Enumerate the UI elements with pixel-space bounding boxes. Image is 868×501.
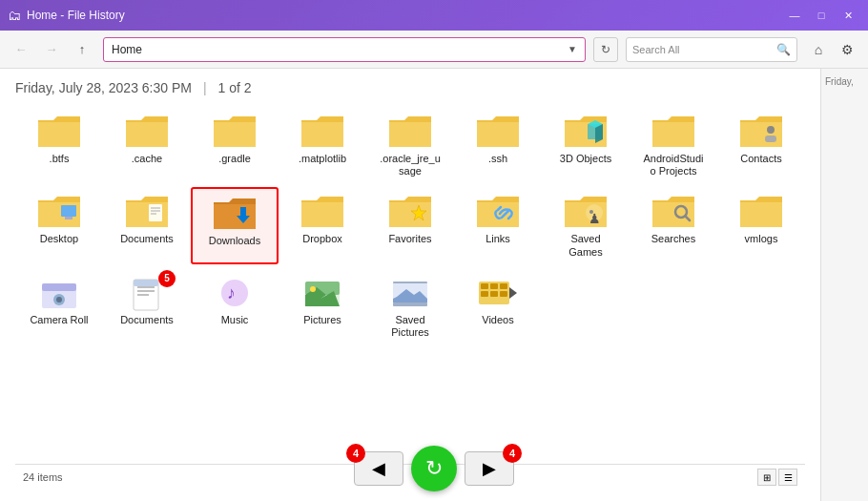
file-label: 3D Objects [560,153,611,165]
file-label: Downloads [209,235,260,247]
list-item[interactable]: .matplotlib [279,107,366,183]
folder-docs-icon [124,193,170,231]
svg-rect-41 [481,291,488,297]
list-item[interactable]: ♪ Music [191,268,279,344]
settings-button[interactable]: ⚙ [834,36,860,63]
folder-links-icon [475,193,521,231]
file-label: Dropbox [302,233,342,245]
file-label: .ssh [488,153,507,165]
view-list-button[interactable]: ☰ [778,469,797,486]
view-large-icon-button[interactable]: ⊞ [757,469,776,486]
list-item[interactable]: .oracle_jre_usage [366,107,454,183]
file-pictures-icon [300,274,345,312]
file-savedpic-icon [387,274,433,312]
svg-rect-6 [65,217,72,219]
svg-rect-35 [393,303,427,306]
list-item[interactable]: ♟ Saved Games [542,187,630,263]
folder-icon [738,193,784,231]
folder-icon [36,113,82,151]
folder-contacts-icon [738,113,784,151]
up-button[interactable]: ↑ [69,36,95,63]
next-button-container: 4 ▶ [465,451,514,486]
empty-cell [630,268,717,344]
file-label: Desktop [40,233,78,245]
list-item[interactable]: Searches [630,187,717,263]
list-item[interactable]: Camera Roll [15,268,103,344]
empty-cell [542,268,630,344]
back-button[interactable]: ← [8,36,34,63]
list-item[interactable]: AndroidStudio Projects [630,107,717,183]
home-button[interactable]: ⌂ [805,36,832,63]
svg-point-32 [310,286,316,292]
maximize-button[interactable]: □ [809,5,834,26]
list-item[interactable]: 3D Objects [542,107,630,183]
file-label: Favorites [388,233,431,245]
list-item[interactable]: Contacts [717,107,805,183]
prev-button-container: 4 ◀ [354,451,403,486]
date-header: Friday, July 28, 2023 6:30 PM | 1 of 2 [15,80,805,95]
list-item[interactable]: Favorites [366,187,454,263]
file-label: Saved Games [553,233,618,258]
svg-rect-4 [765,136,776,142]
svg-rect-43 [500,291,507,297]
view-buttons: ⊞ ☰ [757,469,797,486]
svg-marker-44 [509,287,517,299]
page-info: 1 of 2 [218,80,252,95]
right-panel-date: Friday, [825,76,864,87]
address-text: Home [108,43,564,56]
file-label: Links [486,233,510,245]
list-item[interactable]: .cache [103,107,191,183]
file-label: Music [221,314,249,326]
svg-rect-39 [490,283,498,289]
list-item[interactable]: Saved Pictures [366,268,454,344]
right-panel: Friday, [820,69,868,501]
folder-search-icon [651,193,696,231]
folder-3d-icon [563,113,609,151]
folder-star-icon [387,193,433,231]
file-label: Camera Roll [30,314,88,326]
svg-rect-40 [500,283,507,289]
main-content: Friday, July 28, 2023 6:30 PM | 1 of 2 .… [0,69,868,501]
list-item[interactable]: vmlogs [717,187,805,263]
toolbar-right: ⌂ ⚙ [805,36,860,63]
file-label: Documents [120,233,174,245]
list-item[interactable]: Dropbox [279,187,366,263]
refresh-button[interactable]: ↻ [593,37,618,62]
list-item[interactable]: 5 Documents [103,268,191,344]
file-label: .btfs [50,153,70,165]
folder-games-icon: ♟ [563,193,609,231]
svg-rect-19 [42,283,76,291]
file-video-icon [475,274,521,312]
address-dropdown-button[interactable]: ▼ [564,38,581,61]
file-label: vmlogs [745,233,778,245]
list-item[interactable]: .gradle [191,107,279,183]
separator: | [203,80,207,95]
file-music-icon: ♪ [212,274,258,312]
file-label: .gradle [218,153,251,165]
folder-desktop-icon [36,193,82,231]
list-item[interactable]: .ssh [454,107,542,183]
list-item[interactable]: Videos [454,268,542,344]
address-bar: Home ▼ [103,37,586,62]
list-item[interactable]: .btfs [15,107,103,183]
list-item[interactable]: Documents [103,187,191,263]
close-button[interactable]: ✕ [836,5,860,26]
restore-button[interactable]: ↻ [411,446,457,491]
svg-rect-38 [481,283,488,289]
folder-icon [300,113,345,151]
file-label: .cache [132,153,162,165]
svg-point-21 [56,297,62,303]
content-area: Friday, July 28, 2023 6:30 PM | 1 of 2 .… [0,69,820,501]
bottom-navigation: 4 ◀ ↻ 4 ▶ [354,446,514,491]
titlebar: 🗂 Home - File History — □ ✕ [0,0,868,31]
svg-text:♟: ♟ [589,211,601,226]
list-item[interactable]: Desktop [15,187,103,263]
list-item[interactable]: Pictures [279,268,366,344]
folder-icon [212,113,258,151]
minimize-button[interactable]: — [782,5,807,26]
list-item[interactable]: Links [454,187,542,263]
list-item[interactable]: Downloads [191,187,279,263]
svg-rect-42 [490,291,498,297]
file-label: Contacts [740,153,781,165]
forward-button[interactable]: → [38,36,65,63]
